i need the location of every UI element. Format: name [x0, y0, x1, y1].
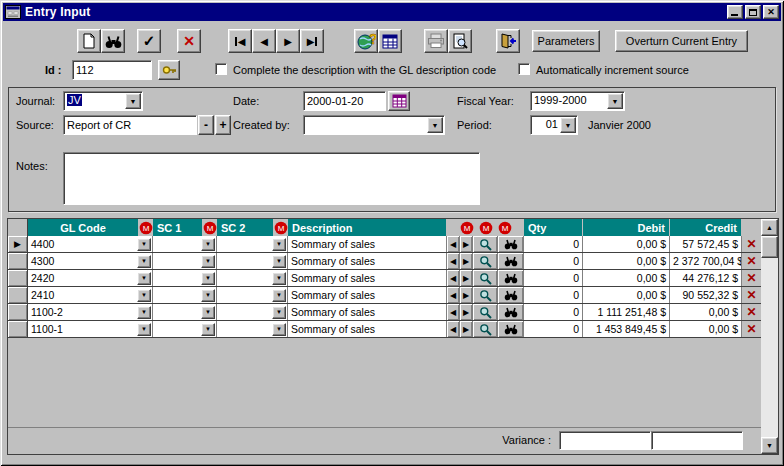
- description-scroll-left-button[interactable]: ◀: [447, 270, 460, 286]
- row-find-button[interactable]: [498, 270, 524, 286]
- increment-source-checkbox[interactable]: [518, 63, 530, 75]
- fiscal-year-dropdown-icon[interactable]: ▼: [607, 93, 623, 109]
- date-input[interactable]: [303, 91, 386, 111]
- gl-code-dropdown-icon[interactable]: ▼: [137, 238, 151, 251]
- sc2-dropdown-icon[interactable]: ▼: [272, 306, 286, 319]
- credit-cell[interactable]: 2 372 700,04 $: [670, 253, 742, 269]
- gl-code-dropdown-icon[interactable]: ▼: [137, 289, 151, 302]
- sc1-cell[interactable]: ▼: [153, 253, 217, 269]
- description-cell[interactable]: Sommary of sales: [288, 236, 447, 252]
- new-entry-button[interactable]: [77, 29, 101, 53]
- row-selector[interactable]: ▶: [8, 236, 28, 252]
- journal-combobox[interactable]: JV ▼: [63, 91, 143, 111]
- sc1-dropdown-icon[interactable]: ▼: [201, 306, 215, 319]
- gl-code-cell[interactable]: 4400▼: [28, 236, 153, 252]
- exit-button[interactable]: [496, 29, 520, 53]
- row-find-button[interactable]: [498, 304, 524, 320]
- source-increment-button[interactable]: +: [215, 115, 231, 135]
- delete-row-button[interactable]: ✕: [742, 270, 761, 286]
- description-scroll-left-button[interactable]: ◀: [447, 287, 460, 303]
- debit-cell[interactable]: 0,00 $: [583, 236, 670, 252]
- source-decrement-button[interactable]: -: [198, 115, 214, 135]
- scroll-thumb[interactable]: [761, 236, 778, 258]
- row-selector[interactable]: ▶: [8, 321, 28, 337]
- description-scroll-left-button[interactable]: ◀: [447, 253, 460, 269]
- description-expansion-3[interactable]: M: [495, 219, 514, 236]
- description-scroll-left-button[interactable]: ◀: [447, 321, 460, 337]
- period-combobox[interactable]: 01 ▼: [530, 115, 578, 135]
- row-zoom-button[interactable]: [473, 236, 498, 252]
- gl-code-cell[interactable]: 4300▼: [28, 253, 153, 269]
- parameters-button[interactable]: Parameters: [532, 30, 600, 52]
- sc2-dropdown-icon[interactable]: ▼: [272, 272, 286, 285]
- debit-cell[interactable]: 0,00 $: [583, 270, 670, 286]
- previous-record-button[interactable]: ◀: [252, 29, 276, 53]
- gl-code-expansion[interactable]: M: [139, 219, 153, 236]
- debit-cell[interactable]: 0,00 $: [583, 253, 670, 269]
- description-expansion-2[interactable]: M: [476, 219, 495, 236]
- sc1-cell[interactable]: ▼: [153, 236, 217, 252]
- credit-cell[interactable]: 57 572,45 $: [670, 236, 742, 252]
- sc1-dropdown-icon[interactable]: ▼: [201, 289, 215, 302]
- description-scroll-right-button[interactable]: ▶: [460, 270, 473, 286]
- sc2-cell[interactable]: ▼: [217, 253, 288, 269]
- row-zoom-button[interactable]: [473, 287, 498, 303]
- sc1-cell[interactable]: ▼: [153, 304, 217, 320]
- created-by-combobox[interactable]: ▼: [303, 115, 445, 135]
- row-find-button[interactable]: [498, 253, 524, 269]
- gl-code-cell[interactable]: 2410▼: [28, 287, 153, 303]
- fiscal-year-combobox[interactable]: 1999-2000 ▼: [530, 91, 625, 111]
- sc2-cell[interactable]: ▼: [217, 321, 288, 337]
- scroll-down-button[interactable]: ▼: [761, 437, 778, 454]
- sc1-cell[interactable]: ▼: [153, 287, 217, 303]
- close-button[interactable]: ✕: [763, 5, 779, 19]
- debit-cell[interactable]: 1 453 849,45 $: [583, 321, 670, 337]
- sc2-dropdown-icon[interactable]: ▼: [272, 289, 286, 302]
- help-button[interactable]: ?: [354, 29, 378, 53]
- delete-row-button[interactable]: ✕: [742, 287, 761, 303]
- id-input[interactable]: [72, 60, 152, 80]
- created-by-dropdown-icon[interactable]: ▼: [427, 117, 443, 133]
- sc1-cell[interactable]: ▼: [153, 270, 217, 286]
- period-dropdown-icon[interactable]: ▼: [560, 117, 576, 133]
- sc1-dropdown-icon[interactable]: ▼: [201, 238, 215, 251]
- row-find-button[interactable]: [498, 321, 524, 337]
- sc2-expansion[interactable]: M: [274, 219, 288, 236]
- qty-cell[interactable]: 0: [524, 253, 583, 269]
- row-find-button[interactable]: [498, 287, 524, 303]
- scroll-up-button[interactable]: ▲: [761, 219, 778, 236]
- last-record-button[interactable]: ▶: [300, 29, 324, 53]
- credit-cell[interactable]: 0,00 $: [670, 304, 742, 320]
- delete-row-button[interactable]: ✕: [742, 304, 761, 320]
- sc1-dropdown-icon[interactable]: ▼: [201, 255, 215, 268]
- gl-code-dropdown-icon[interactable]: ▼: [137, 306, 151, 319]
- gl-code-cell[interactable]: 1100-2▼: [28, 304, 153, 320]
- delete-row-button[interactable]: ✕: [742, 253, 761, 269]
- sc1-dropdown-icon[interactable]: ▼: [201, 272, 215, 285]
- validate-button[interactable]: ✓: [137, 29, 161, 53]
- gl-code-cell[interactable]: 2420▼: [28, 270, 153, 286]
- find-entry-button[interactable]: [101, 29, 125, 53]
- description-cell[interactable]: Sommary of sales: [288, 287, 447, 303]
- qty-cell[interactable]: 0: [524, 304, 583, 320]
- description-cell[interactable]: Sommary of sales: [288, 304, 447, 320]
- description-scroll-left-button[interactable]: ◀: [447, 236, 460, 252]
- sc2-dropdown-icon[interactable]: ▼: [272, 323, 286, 336]
- sc2-dropdown-icon[interactable]: ▼: [272, 238, 286, 251]
- sc1-cell[interactable]: ▼: [153, 321, 217, 337]
- sc1-dropdown-icon[interactable]: ▼: [201, 323, 215, 336]
- print-preview-button[interactable]: [448, 29, 472, 53]
- gl-code-dropdown-icon[interactable]: ▼: [137, 323, 151, 336]
- row-selector[interactable]: ▶: [8, 253, 28, 269]
- row-selector[interactable]: ▶: [8, 270, 28, 286]
- description-cell[interactable]: Sommary of sales: [288, 321, 447, 337]
- description-scroll-right-button[interactable]: ▶: [460, 253, 473, 269]
- grid-vertical-scrollbar[interactable]: ▲ ▼: [761, 219, 778, 454]
- qty-cell[interactable]: 0: [524, 236, 583, 252]
- description-scroll-right-button[interactable]: ▶: [460, 236, 473, 252]
- description-scroll-right-button[interactable]: ▶: [460, 321, 473, 337]
- table-view-button[interactable]: [378, 29, 402, 53]
- journal-dropdown-icon[interactable]: ▼: [125, 93, 141, 109]
- row-zoom-button[interactable]: [473, 270, 498, 286]
- overturn-current-entry-button[interactable]: Overturn Current Entry: [615, 30, 748, 52]
